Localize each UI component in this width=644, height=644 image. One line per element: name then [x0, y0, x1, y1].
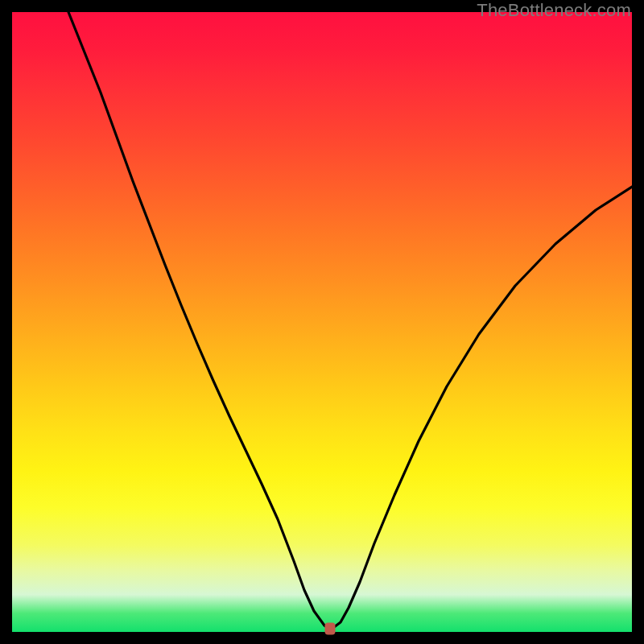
chart-frame: TheBottleneck.com	[0, 0, 644, 644]
watermark-text: TheBottleneck.com	[477, 0, 631, 21]
optimum-marker	[325, 623, 336, 635]
bottleneck-curve	[12, 12, 632, 632]
plot-area	[12, 12, 632, 632]
